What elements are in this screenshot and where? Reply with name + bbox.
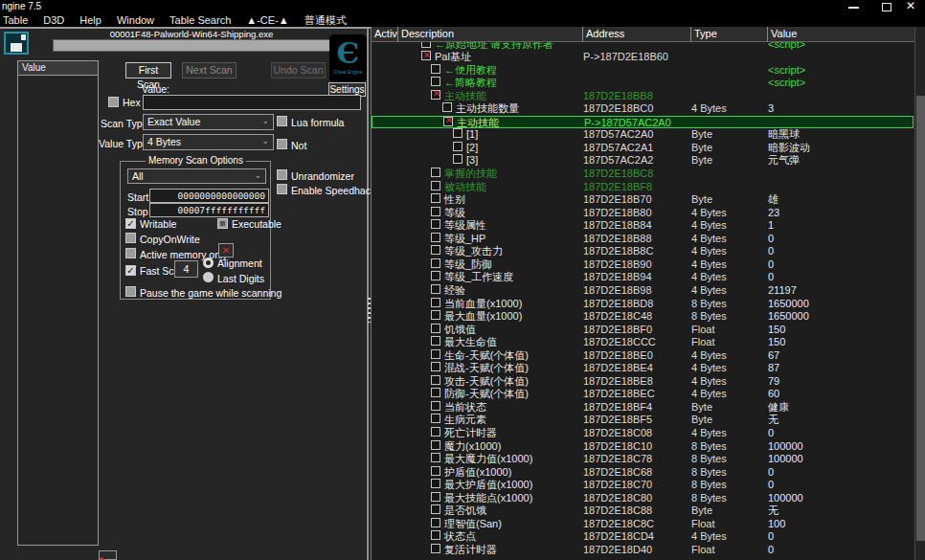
clear-red-x-button[interactable]: ✕ [218,243,234,258]
found-address-list[interactable]: Value [17,60,99,546]
scan-value-input[interactable] [143,95,361,110]
row-checkbox[interactable] [453,128,462,138]
maximize-icon[interactable] [882,3,891,11]
table-row[interactable]: 最大血量(x1000)187D2E18C488 Bytes1650000 [372,310,914,324]
table-row[interactable]: 当前血量(x1000)187D2E18BD88 Bytes1650000 [372,298,914,311]
executable-checkbox[interactable] [217,218,228,229]
select-process-icon[interactable] [4,32,29,55]
table-row[interactable]: 最大护盾值(x1000)187D2E18C708 Bytes0 [372,479,914,492]
row-checkbox[interactable] [431,544,440,553]
table-row[interactable]: 护盾值(x1000)187D2E18C688 Bytes0 [372,466,914,480]
table-row[interactable]: 防御-天赋(个体值)187D2E18BEC4 Bytes60 [372,388,914,401]
next-scan-button[interactable]: Next Scan [182,62,237,78]
start-address-input[interactable]: 0000000000000000 [149,189,269,203]
vertical-scrollbar[interactable] [914,27,925,560]
scrollbar-thumb[interactable] [916,96,925,541]
table-row[interactable]: ✕主动技能P->187D57AC2A0 [372,116,914,129]
row-checkbox[interactable] [431,518,440,527]
table-row[interactable]: ✕主动技能187D2E18BB8 [372,90,914,103]
pause-while-scanning-checkbox[interactable] [125,286,136,297]
row-checkbox[interactable] [431,284,440,294]
table-row[interactable]: 被动技能187D2E18BF8 [372,181,914,194]
column-header-description[interactable]: Description [397,27,582,42]
row-checkbox[interactable] [453,154,462,164]
table-row[interactable]: 魔力(x1000)187D2E18C108 Bytes100000 [372,440,914,454]
table-row[interactable]: 性别187D2E18B70Byte雄 [372,193,914,207]
row-checkbox[interactable] [431,298,440,307]
not-checkbox[interactable] [277,139,287,149]
table-row[interactable]: 饥饿值187D2E18BF0Float150 [372,324,914,337]
alignment-radio[interactable] [203,258,214,268]
row-checkbox[interactable] [431,324,440,333]
row-checkbox[interactable] [431,207,440,216]
undo-scan-button[interactable]: Undo Scan [271,62,326,78]
table-row[interactable]: 最大魔力值(x1000)187D2E18C788 Bytes100000 [372,453,914,466]
table-row[interactable]: 等级属性187D2E18B844 Bytes1 [372,219,914,233]
table-row[interactable]: 掌握的技能187D2E18BC8 [372,168,914,181]
row-checkbox[interactable] [431,336,440,346]
table-row[interactable]: ←使用教程<script> [372,64,914,78]
table-row[interactable]: 等级_防御187D2E18B904 Bytes0 [372,258,914,272]
row-checkbox[interactable] [431,245,440,255]
table-row[interactable]: 等级187D2E18B804 Bytes23 [372,207,914,220]
column-header-address[interactable]: Address [582,27,690,42]
row-checkbox[interactable] [453,142,462,151]
fast-scan-checkbox[interactable]: ✓ [125,265,136,276]
table-row[interactable]: 等级_HP187D2E18B884 Bytes0 [372,233,914,246]
close-icon[interactable]: ✕ [906,0,915,12]
table-row[interactable]: 理智值(San)187D2E18C8CFloat100 [372,518,914,531]
row-checkbox[interactable] [431,492,440,502]
row-checkbox[interactable] [431,453,440,462]
column-header-active[interactable]: Active [372,27,397,42]
table-row[interactable]: 当前状态187D2E18BF4Byte健康 [372,401,914,414]
row-checkbox[interactable] [431,466,440,476]
row-checkbox-active[interactable]: ✕ [431,90,440,100]
table-row[interactable]: 是否饥饿187D2E18C88Byte无 [372,504,914,518]
row-checkbox[interactable] [431,401,440,411]
unrandomizer-checkbox[interactable] [277,169,287,180]
row-checkbox[interactable] [431,258,440,268]
row-checkbox-active[interactable]: ✕ [443,117,453,126]
row-checkbox[interactable] [431,233,440,242]
row-checkbox[interactable] [431,427,440,437]
row-checkbox[interactable] [431,193,440,203]
table-row[interactable]: [3]187D57AC2A2Byte元气弹 [372,154,914,168]
minimize-icon[interactable] [848,7,859,9]
lua-formula-checkbox[interactable] [277,116,287,126]
row-checkbox[interactable] [431,414,440,423]
row-checkbox[interactable] [442,102,452,112]
menu-item--[interactable]: 普通模式 [305,13,347,28]
writable-checkbox[interactable]: ✓ [125,218,136,229]
table-row[interactable]: [2]187D57AC2A1Byte暗影波动 [372,142,914,155]
row-checkbox[interactable] [431,181,440,190]
menu-item-table-search[interactable]: Table Search [169,14,231,26]
row-checkbox[interactable] [431,219,440,229]
active-memory-only-checkbox[interactable] [125,248,136,258]
table-row[interactable]: 状态点187D2E18CD44 Bytes0 [372,530,914,544]
row-checkbox[interactable] [431,440,440,450]
row-checkbox[interactable] [431,64,440,74]
found-list-value-header[interactable]: Value [18,61,98,76]
cheat-engine-logo[interactable]: Є Cheat Engine [329,34,367,82]
row-checkbox[interactable] [431,479,440,488]
last-digits-radio[interactable] [203,272,214,282]
menu-item-table[interactable]: Table [3,14,28,26]
row-checkbox[interactable] [431,388,440,397]
table-row[interactable]: 经验187D2E18B984 Bytes21197 [372,284,914,298]
menu-item-help[interactable]: Help [79,14,102,26]
table-row[interactable]: 复活计时器187D2E18D40Float0 [372,544,914,557]
edit-pencil-icon[interactable] [99,550,117,560]
hex-checkbox[interactable] [108,97,119,107]
table-row[interactable]: 死亡计时器187D2E18C084 Bytes0 [372,427,914,440]
row-checkbox-active[interactable]: ✕ [421,51,431,60]
row-checkbox[interactable] [431,168,440,177]
table-row[interactable]: 最大技能点(x1000)187D2E18C808 Bytes100000 [372,492,914,505]
table-row[interactable]: 攻击-天赋(个体值)187D2E18BE84 Bytes79 [372,375,914,389]
row-checkbox[interactable] [431,310,440,320]
table-row[interactable]: 生病元素187D2E18BF5Byte无 [372,414,914,427]
fast-scan-alignment-input[interactable]: 4 [174,260,198,278]
table-row[interactable]: ←简略教程<script> [372,77,914,90]
row-checkbox[interactable] [431,77,440,86]
copyonwrite-checkbox[interactable] [125,233,136,243]
value-type-select[interactable]: 4 Bytes ⌄ [143,134,274,150]
